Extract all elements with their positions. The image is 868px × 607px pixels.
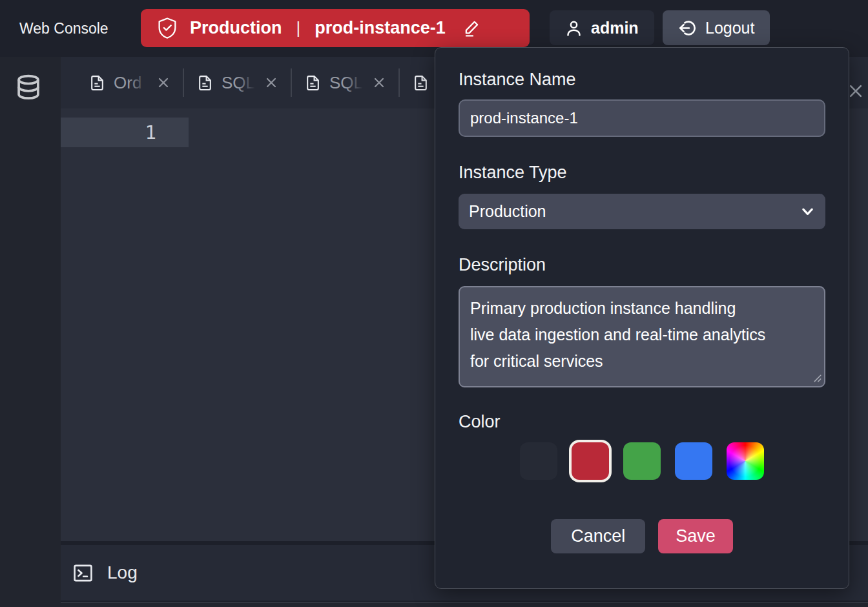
file-icon [197, 74, 213, 92]
web-console-brand: Web Console [19, 0, 108, 57]
database-icon[interactable] [16, 74, 41, 103]
tab-close-icon[interactable] [265, 76, 278, 89]
file-icon [413, 74, 429, 92]
description-textarea[interactable]: Primary production instance handling liv… [459, 286, 825, 387]
user-label: admin [591, 19, 639, 37]
instance-name-label: Instance Name [459, 70, 825, 90]
file-icon [89, 74, 105, 92]
logout-button[interactable]: Logout [663, 10, 770, 45]
editor-tab-2[interactable]: SQL [184, 65, 291, 101]
file-icon [305, 74, 321, 92]
editor-tab-3[interactable]: SQL [292, 65, 398, 101]
instance-name-input[interactable] [459, 99, 825, 137]
color-label: Color [459, 412, 825, 432]
color-swatch-green[interactable] [623, 442, 661, 480]
terminal-icon [73, 563, 93, 583]
logout-label: Logout [705, 19, 754, 37]
editor-tab-1[interactable]: Ord [76, 65, 183, 101]
color-swatch-red[interactable] [572, 442, 609, 480]
edit-pencil-icon[interactable] [462, 19, 480, 37]
user-icon [565, 19, 583, 37]
tab-label: SQL [329, 73, 364, 93]
description-textarea-wrap: Primary production instance handling liv… [459, 286, 825, 387]
chevron-down-icon [800, 204, 815, 219]
shield-check-icon [158, 17, 177, 39]
logout-icon [678, 19, 697, 37]
color-swatch-default[interactable] [520, 442, 557, 480]
color-swatch-blue[interactable] [675, 442, 712, 480]
color-swatch-rainbow[interactable] [727, 442, 764, 480]
badge-instance-name: prod-instance-1 [315, 18, 446, 38]
instance-type-value: Production [469, 202, 546, 221]
user-button[interactable]: admin [550, 10, 654, 45]
description-label: Description [459, 255, 825, 275]
active-line-highlight: 1 [61, 118, 189, 147]
tab-close-icon[interactable] [373, 76, 386, 89]
instance-badge[interactable]: Production | prod-instance-1 [141, 9, 530, 47]
dialog-buttons: Cancel Save [459, 519, 825, 553]
line-number: 1 [61, 121, 156, 143]
badge-separator: | [296, 18, 301, 38]
log-title: Log [107, 562, 138, 583]
panel-close-icon[interactable] [847, 83, 864, 99]
instance-type-select[interactable]: Production [459, 194, 825, 229]
instance-type-label: Instance Type [459, 163, 825, 183]
instance-edit-dialog: Instance Name Instance Type Production D… [435, 47, 849, 589]
cancel-button[interactable]: Cancel [551, 519, 645, 553]
tab-close-icon[interactable] [157, 76, 170, 89]
left-sidebar [0, 57, 61, 607]
save-button[interactable]: Save [658, 519, 733, 553]
bottom-strip [61, 602, 868, 607]
app-window: Web Console Production | prod-instance-1… [0, 0, 868, 607]
tab-label: SQL [222, 73, 256, 93]
tab-label: Ord [114, 73, 149, 93]
color-swatch-row [459, 441, 825, 480]
badge-type-label: Production [190, 18, 282, 38]
